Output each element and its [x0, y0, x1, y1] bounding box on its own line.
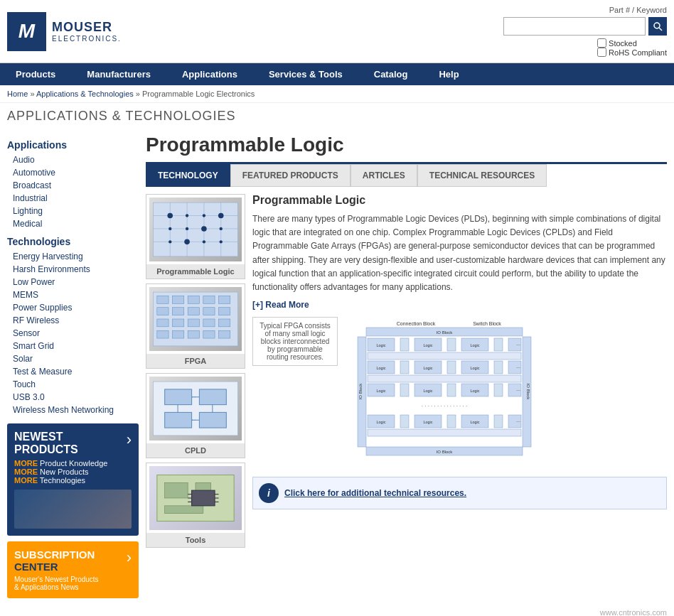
- logo-sub: ELECTRONICS.: [52, 35, 122, 43]
- thumb-img-fpga: [149, 287, 242, 351]
- nav-services[interactable]: Services & Tools: [253, 63, 358, 85]
- info-icon: i: [259, 483, 279, 503]
- sidebar-promo1[interactable]: NEWEST PRODUCTS › MORE Product Knowledge…: [7, 423, 139, 536]
- nav-catalog[interactable]: Catalog: [358, 63, 424, 85]
- content-title: Programmable Logic: [146, 134, 667, 164]
- svg-rect-42: [157, 330, 168, 338]
- svg-text:Logic: Logic: [470, 343, 479, 347]
- sidebar-item-rf-wireless[interactable]: RF Wireless: [7, 314, 139, 327]
- svg-rect-108: [447, 384, 456, 396]
- svg-rect-93: [400, 361, 409, 374]
- sidebar-item-wireless-mesh[interactable]: Wireless Mesh Networking: [7, 404, 139, 416]
- sidebar-item-harsh-environments[interactable]: Harsh Environments: [7, 263, 139, 276]
- sidebar-item-test-measure[interactable]: Test & Measure: [7, 365, 139, 378]
- svg-rect-34: [188, 308, 199, 315]
- sidebar-tech-title: Technologies: [7, 236, 139, 247]
- sidebar-item-smart-grid[interactable]: Smart Grid: [7, 340, 139, 352]
- svg-rect-59: [165, 482, 188, 498]
- promo1-image: [14, 490, 132, 529]
- svg-text:Logic: Logic: [470, 389, 479, 393]
- svg-rect-49: [199, 389, 226, 405]
- svg-text:···: ···: [516, 388, 520, 393]
- tab-featured-products[interactable]: FEATURED PRODUCTS: [230, 164, 351, 187]
- svg-rect-32: [157, 308, 168, 315]
- stocked-checkbox[interactable]: [597, 38, 606, 48]
- sidebar-item-medical[interactable]: Medical: [7, 217, 139, 230]
- thumb-label-cpld: CPLD: [146, 443, 245, 458]
- svg-text:Logic: Logic: [423, 366, 432, 370]
- logo-letter: M: [18, 20, 35, 43]
- svg-rect-46: [219, 330, 230, 338]
- page-title: APPLICATIONS & TECHNOLOGIES: [7, 109, 667, 124]
- tab-technology[interactable]: TECHNOLOGY: [146, 164, 230, 187]
- sidebar-apps-title: Applications: [7, 139, 139, 151]
- thumb-programmable-logic[interactable]: Programmable Logic: [146, 194, 245, 279]
- svg-rect-36: [219, 308, 230, 315]
- sidebar-item-touch[interactable]: Touch: [7, 378, 139, 391]
- nav-bar: Products Manufacturers Applications Serv…: [0, 63, 674, 85]
- promo2-arrow-icon: ›: [127, 549, 132, 567]
- svg-rect-31: [219, 296, 230, 304]
- nav-applications[interactable]: Applications: [166, 63, 253, 85]
- thumb-img-programmable-logic: [149, 198, 242, 261]
- search-input[interactable]: [503, 17, 646, 36]
- svg-rect-2: [153, 202, 237, 256]
- sidebar-item-power-supplies[interactable]: Power Supplies: [7, 301, 139, 314]
- search-row: [503, 17, 667, 36]
- info-bar[interactable]: i Click here for additional technical re…: [252, 477, 667, 509]
- watermark: www.cntronics.com: [0, 605, 674, 616]
- sidebar-item-usb30[interactable]: USB 3.0: [7, 391, 139, 404]
- sidebar-item-sensor[interactable]: Sensor: [7, 327, 139, 340]
- svg-rect-27: [157, 296, 168, 304]
- sidebar-item-low-power[interactable]: Low Power: [7, 276, 139, 288]
- svg-text:Logic: Logic: [376, 420, 385, 424]
- svg-rect-41: [219, 319, 230, 327]
- svg-rect-111: [494, 384, 503, 396]
- sidebar-item-energy-harvesting[interactable]: Energy Harvesting: [7, 250, 139, 263]
- tabs: TECHNOLOGY FEATURED PRODUCTS ARTICLES TE…: [146, 164, 667, 187]
- tab-technical-resources[interactable]: TECHNICAL RESOURCES: [417, 164, 547, 187]
- breadcrumb-home[interactable]: Home: [7, 90, 28, 98]
- nav-help[interactable]: Help: [423, 63, 474, 85]
- thumb-img-cpld: [149, 377, 242, 441]
- sidebar-item-solar[interactable]: Solar: [7, 352, 139, 365]
- sidebar-item-mems[interactable]: MEMS: [7, 288, 139, 301]
- nav-manufacturers[interactable]: Manufacturers: [71, 63, 166, 85]
- logo-text: MOUSER ELECTRONICS.: [52, 20, 122, 43]
- rohs-checkbox-label[interactable]: RoHS Compliant: [597, 48, 667, 57]
- search-button[interactable]: [648, 17, 667, 36]
- sidebar-item-lighting[interactable]: Lighting: [7, 205, 139, 217]
- article-diagram: Typical FPGA consists of many small logi…: [252, 317, 667, 468]
- svg-rect-120: [447, 415, 456, 428]
- svg-point-12: [203, 214, 205, 217]
- info-link-text[interactable]: Click here for additional technical reso…: [284, 488, 466, 498]
- svg-point-15: [186, 227, 188, 230]
- sidebar-item-automotive[interactable]: Automotive: [7, 166, 139, 179]
- svg-rect-96: [447, 361, 456, 374]
- svg-point-22: [167, 213, 173, 219]
- nav-products[interactable]: Products: [0, 63, 71, 85]
- tab-articles[interactable]: ARTICLES: [351, 164, 417, 187]
- content: Programmable Logic TECHNOLOGY FEATURED P…: [146, 134, 667, 598]
- svg-rect-44: [188, 330, 199, 338]
- sidebar-promo2[interactable]: SUBSCRIPTION CENTER › Mouser's Newest Pr…: [7, 541, 139, 598]
- breadcrumb-apps[interactable]: Applications & Technologies: [36, 90, 134, 98]
- svg-rect-87: [494, 338, 503, 351]
- sidebar-item-industrial[interactable]: Industrial: [7, 192, 139, 205]
- stocked-checkbox-label[interactable]: Stocked: [597, 38, 667, 48]
- logo-name: MOUSER: [52, 20, 122, 35]
- thumb-tools[interactable]: Tools: [146, 463, 245, 548]
- svg-text:Logic: Logic: [376, 366, 385, 370]
- page-title-bold: APPLICATIONS: [7, 109, 108, 123]
- breadcrumb-current: Programmable Logic Electronics: [142, 90, 255, 98]
- logo-box: M: [7, 12, 46, 51]
- thumb-label-tools: Tools: [146, 533, 245, 547]
- sidebar-item-audio[interactable]: Audio: [7, 153, 139, 166]
- read-more-link[interactable]: [+] Read More: [252, 300, 309, 310]
- svg-point-21: [220, 240, 223, 243]
- svg-text:IO Block: IO Block: [526, 384, 530, 401]
- sidebar-item-broadcast[interactable]: Broadcast: [7, 179, 139, 192]
- thumb-fpga[interactable]: FPGA: [146, 283, 245, 369]
- rohs-checkbox[interactable]: [597, 48, 606, 57]
- thumb-cpld[interactable]: CPLD: [146, 373, 245, 458]
